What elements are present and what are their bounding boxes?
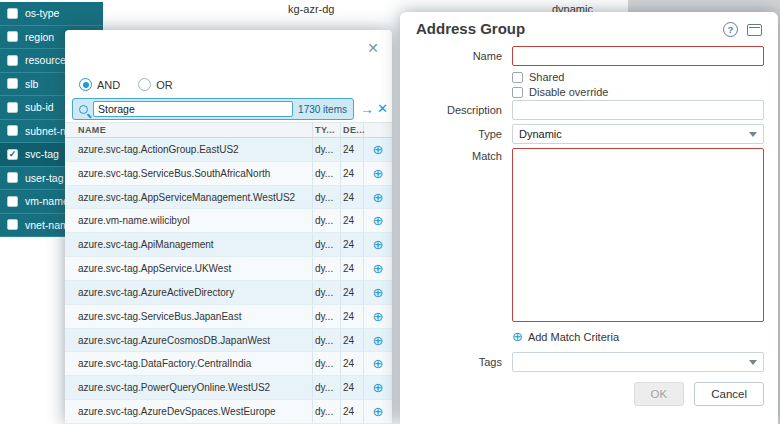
or-radio[interactable]: OR — [138, 78, 173, 91]
result-detail: 24 — [341, 352, 364, 375]
result-type: dy... — [313, 257, 341, 280]
add-row-icon[interactable]: ⊕ — [364, 166, 392, 181]
dialog-buttons: OK Cancel — [634, 382, 764, 406]
results-header: NAME TY... DE... — [65, 122, 392, 138]
result-type: dy... — [313, 186, 341, 209]
filter-label: svc-tag — [25, 148, 59, 160]
add-match-criteria-label: Add Match Criteria — [528, 331, 619, 343]
result-row[interactable]: azure.svc-tag.AzureActiveDirectorydy...2… — [65, 281, 392, 305]
checkbox[interactable] — [7, 172, 18, 183]
checkbox[interactable] — [7, 78, 18, 89]
result-row[interactable]: azure.vm-name.wilicibyoldy...24⊕ — [65, 209, 392, 233]
search-icon — [79, 105, 88, 114]
result-type: dy... — [313, 400, 341, 423]
type-select[interactable]: Dynamic — [512, 124, 764, 144]
checkbox[interactable] — [7, 196, 18, 207]
add-row-icon[interactable]: ⊕ — [364, 190, 392, 205]
description-input[interactable] — [512, 100, 764, 120]
result-row[interactable]: azure.svc-tag.ServiceBus.JapanEastdy...2… — [65, 305, 392, 329]
ok-button[interactable]: OK — [634, 382, 685, 406]
filter-label: region — [25, 31, 54, 43]
or-label: OR — [156, 79, 173, 91]
help-icon[interactable]: ? — [723, 22, 738, 37]
add-row-icon[interactable]: ⊕ — [364, 261, 392, 276]
radio-icon — [138, 78, 151, 91]
checkbox[interactable] — [7, 8, 18, 19]
checkbox[interactable] — [7, 55, 18, 66]
result-name: azure.svc-tag.PowerQueryOnline.WestUS2 — [65, 376, 313, 399]
items-count: 1730 items — [298, 104, 347, 115]
and-label: AND — [97, 79, 120, 91]
result-name: azure.svc-tag.AzureActiveDirectory — [65, 281, 313, 304]
filter-row[interactable]: os-type — [0, 2, 103, 26]
result-row[interactable]: azure.svc-tag.DataFactory.CentralIndiady… — [65, 352, 392, 376]
result-type: dy... — [313, 281, 341, 304]
result-type: dy... — [313, 209, 341, 232]
result-row[interactable]: azure.svc-tag.ServiceBus.SouthAfricaNort… — [65, 162, 392, 186]
add-row-icon[interactable]: ⊕ — [364, 404, 392, 419]
result-type: dy... — [313, 162, 341, 185]
column-header-type[interactable]: TY... — [313, 123, 341, 137]
tags-select[interactable] — [512, 352, 764, 372]
result-name: azure.svc-tag.AppServiceManagement.WestU… — [65, 186, 313, 209]
shared-checkbox[interactable] — [512, 72, 523, 83]
result-row[interactable]: azure.svc-tag.AppServiceManagement.WestU… — [65, 186, 392, 210]
screen: kg-azr-dg dynamic os-typeregionresource-… — [0, 0, 780, 424]
description-label: Description — [406, 104, 502, 116]
search-input[interactable] — [93, 101, 293, 117]
clear-filter-icon[interactable]: ✕ — [377, 98, 388, 120]
type-value: Dynamic — [519, 128, 562, 140]
add-match-criteria-link[interactable]: ⊕ Add Match Criteria — [512, 329, 619, 344]
radio-selected-icon — [79, 78, 92, 91]
add-row-icon[interactable]: ⊕ — [364, 333, 392, 348]
apply-filter-arrow-icon[interactable]: → — [360, 98, 374, 120]
disable-override-checkbox-row[interactable]: Disable override — [512, 86, 608, 98]
shared-checkbox-row[interactable]: Shared — [512, 71, 564, 83]
checkbox[interactable]: ✓ — [7, 149, 18, 160]
disable-override-label: Disable override — [529, 86, 608, 98]
dialog-title: Address Group — [416, 20, 525, 37]
add-row-icon[interactable]: ⊕ — [364, 213, 392, 228]
checkbox[interactable] — [7, 125, 18, 136]
operator-radios: AND OR — [79, 78, 173, 91]
result-row[interactable]: azure.svc-tag.AzureCosmosDB.JapanWestdy.… — [65, 329, 392, 353]
checkbox[interactable] — [7, 102, 18, 113]
result-detail: 24 — [341, 329, 364, 352]
result-row[interactable]: azure.svc-tag.PowerQueryOnline.WestUS2dy… — [65, 376, 392, 400]
match-criteria-popup: ✕ AND OR 1730 items → ✕ NAME TY... DE...… — [65, 30, 392, 424]
disable-override-checkbox[interactable] — [512, 87, 523, 98]
match-label: Match — [406, 150, 502, 162]
add-row-icon[interactable]: ⊕ — [364, 285, 392, 300]
result-detail: 24 — [341, 257, 364, 280]
add-row-icon[interactable]: ⊕ — [364, 309, 392, 324]
add-row-icon[interactable]: ⊕ — [364, 356, 392, 371]
result-detail: 24 — [341, 162, 364, 185]
cancel-button[interactable]: Cancel — [694, 382, 764, 406]
result-detail: 24 — [341, 305, 364, 328]
column-header-name[interactable]: NAME — [65, 123, 313, 137]
close-icon[interactable]: ✕ — [367, 40, 379, 56]
result-detail: 24 — [341, 281, 364, 304]
match-textarea[interactable] — [512, 148, 764, 322]
result-name: azure.svc-tag.ServiceBus.SouthAfricaNort… — [65, 162, 313, 185]
result-row[interactable]: azure.svc-tag.AppService.UKWestdy...24⊕ — [65, 257, 392, 281]
result-row[interactable]: azure.svc-tag.ApiManagementdy...24⊕ — [65, 233, 392, 257]
add-row-icon[interactable]: ⊕ — [364, 380, 392, 395]
tags-label: Tags — [406, 356, 502, 368]
add-row-icon[interactable]: ⊕ — [364, 237, 392, 252]
shared-label: Shared — [529, 71, 564, 83]
result-type: dy... — [313, 138, 341, 161]
column-header-detail[interactable]: DE... — [341, 123, 364, 137]
result-name: azure.svc-tag.ActionGroup.EastUS2 — [65, 138, 313, 161]
checkbox[interactable] — [7, 31, 18, 42]
result-row[interactable]: azure.svc-tag.ActionGroup.EastUS2dy...24… — [65, 138, 392, 162]
docs-panel-icon[interactable] — [747, 24, 762, 36]
result-type: dy... — [313, 352, 341, 375]
filter-label: vm-name — [25, 195, 69, 207]
result-detail: 24 — [341, 376, 364, 399]
and-radio[interactable]: AND — [79, 78, 120, 91]
name-input[interactable] — [512, 46, 764, 66]
add-row-icon[interactable]: ⊕ — [364, 142, 392, 157]
checkbox[interactable] — [7, 219, 18, 230]
result-row[interactable]: azure.svc-tag.AzureDevSpaces.WestEuroped… — [65, 400, 392, 424]
